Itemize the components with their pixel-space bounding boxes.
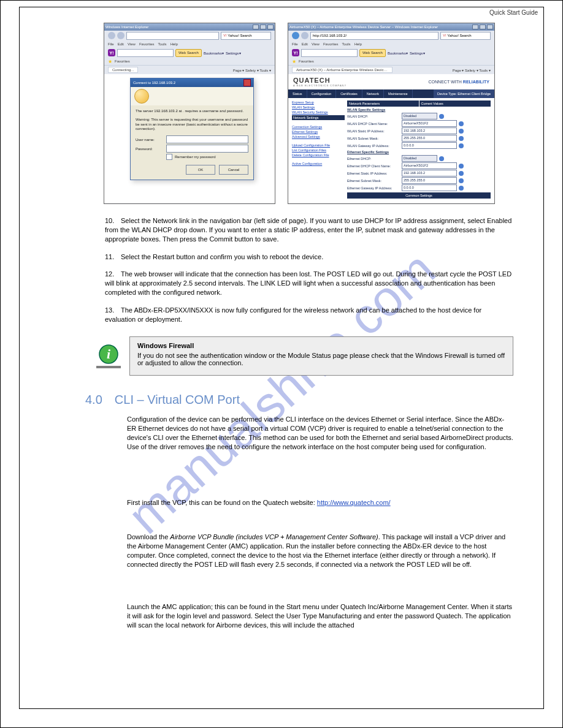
back-icon[interactable] (292, 32, 299, 39)
nav-maintenance[interactable]: Maintenance (384, 89, 413, 98)
bookmarks-link-2[interactable]: Bookmarks▾ (388, 51, 408, 55)
menu-tools[interactable]: Tools (342, 42, 351, 46)
menu-bar-2: File Edit View Favorites Tools Help (288, 40, 494, 48)
info-icon[interactable] (439, 156, 444, 161)
info-icon[interactable] (459, 186, 464, 191)
side-advanced-settings[interactable]: Advanced Settings (292, 135, 345, 138)
menu-edit[interactable]: Edit (302, 42, 308, 46)
side-list-config[interactable]: List Configuration Files (292, 148, 345, 152)
tab-connecting[interactable]: Connecting... (108, 67, 138, 73)
max-icon[interactable] (260, 25, 266, 29)
tools-bar: Connecting... Page ▾ Safety ▾ Tools ▾ (104, 65, 275, 74)
settings-link[interactable]: Settings▾ (226, 51, 241, 55)
favorites-label[interactable]: Favorites (115, 59, 130, 63)
ie-title-bar: Windows Internet Explorer (104, 23, 275, 31)
eth-field[interactable]: 255.255.255.0 (402, 177, 457, 184)
menu-favorites[interactable]: Favorites (139, 42, 155, 46)
wlan-field[interactable]: 255.255.255.0 (402, 135, 457, 142)
menu-file[interactable]: File (292, 42, 298, 46)
side-express-setup[interactable]: Express Setup (292, 100, 345, 104)
cancel-button[interactable]: Cancel (219, 165, 248, 175)
info-icon[interactable] (459, 178, 464, 183)
max-icon[interactable] (480, 25, 486, 29)
nav-network[interactable]: Network (362, 89, 384, 98)
info-icon[interactable] (459, 164, 464, 169)
quatech-link[interactable]: http://www.quatech.com/ (317, 499, 391, 506)
min-icon[interactable] (472, 25, 478, 29)
menu-help[interactable]: Help (354, 42, 362, 46)
wlan-field[interactable]: Disabled (402, 113, 437, 119)
wlan-field[interactable]: 192.168.103.2 (402, 127, 457, 134)
address-bar-2: http://192.168.103.2/ Y! Yahoo! Search (288, 31, 494, 40)
side-wlan-settings[interactable]: WLAN Settings (292, 105, 345, 109)
back-icon[interactable] (108, 32, 115, 39)
remember-checkbox[interactable] (166, 154, 172, 160)
eth-field[interactable]: Disabled (402, 155, 437, 162)
password-input[interactable] (166, 145, 248, 153)
window-title-2: AirborneX50 (X) – Airborne Enterprise Wi… (289, 25, 438, 29)
url-field-2[interactable]: http://192.168.103.2/ (310, 32, 439, 40)
username-input[interactable] (166, 135, 248, 143)
brand-subtext: A B&B ELECTRONICS COMPANY (293, 84, 347, 87)
info-icon[interactable] (459, 121, 464, 126)
side-network-settings[interactable]: Network Settings (292, 115, 345, 120)
nav-configuration[interactable]: Configuration (307, 89, 337, 98)
common-settings-bar: Common Settings (347, 192, 491, 199)
bookmarks-link[interactable]: Bookmarks▾ (204, 51, 224, 55)
tab-device[interactable]: AirborneX50 (X) – Airborne Enterprise Wi… (292, 67, 393, 73)
menu-tools[interactable]: Tools (158, 42, 167, 46)
info-icon[interactable] (459, 129, 464, 134)
auth-dialog: Connect to 192.168.103.2 The server 192.… (130, 78, 254, 180)
yahoo-search-button[interactable]: Web Search (175, 49, 202, 57)
yahoo-search-button-2[interactable]: Web Search (359, 49, 386, 57)
ie-title-bar-2: AirborneX50 (X) – Airborne Enterprise Wi… (288, 23, 494, 31)
side-wlan-security[interactable]: WLAN Security Settings (292, 110, 345, 114)
close-icon[interactable] (267, 25, 274, 29)
wlan-field[interactable]: AirborneX501F2 (402, 120, 457, 127)
tools-menu-2[interactable]: Page ▾ Safety ▾ Tools ▾ (453, 68, 491, 72)
yahoo-search-box[interactable]: Y! Yahoo! Search (221, 32, 271, 40)
menu-help[interactable]: Help (170, 42, 178, 46)
settings-link-2[interactable]: Settings▾ (410, 51, 425, 55)
side-active-config[interactable]: Active Configuration (292, 162, 345, 165)
url-field[interactable] (126, 32, 219, 40)
group-wlan: WLAN Specific Settings (347, 108, 491, 112)
menu-edit[interactable]: Edit (118, 42, 124, 46)
ok-button[interactable]: OK (186, 165, 215, 175)
eth-field[interactable]: 192.168.103.2 (402, 170, 457, 176)
yahoo-placeholder-2: Yahoo! Search (447, 34, 471, 37)
eth-row: Ethernet Subnet Mask:255.255.255.0 (347, 177, 491, 184)
min-icon[interactable] (253, 25, 259, 29)
info-icon[interactable] (459, 171, 464, 176)
wlan-field[interactable]: 0.0.0.0 (402, 142, 457, 149)
favorites-label-2[interactable]: Favorites (299, 59, 314, 63)
side-delete-config[interactable]: Delete Configuration File (292, 153, 345, 157)
keys-icon (134, 89, 149, 104)
side-connection-settings[interactable]: Connection Settings (292, 125, 345, 129)
yahoo-input-2[interactable] (301, 49, 358, 57)
fwd-icon[interactable] (117, 32, 124, 39)
menu-view[interactable]: View (312, 42, 320, 46)
col-values: Current Values (419, 100, 491, 107)
info-icon[interactable] (439, 114, 444, 119)
fwd-icon[interactable] (301, 32, 308, 39)
menu-view[interactable]: View (128, 42, 136, 46)
eth-field[interactable]: 0.0.0.0 (402, 184, 457, 191)
address-bar: Y! Yahoo! Search (104, 31, 275, 40)
tag-a: CONNECT WITH (429, 80, 463, 84)
yahoo-input[interactable] (117, 49, 174, 57)
info-icon[interactable] (459, 136, 464, 141)
nav-status[interactable]: Status (288, 89, 307, 98)
nav-certificates[interactable]: Certificates (336, 89, 362, 98)
menu-file[interactable]: File (108, 42, 114, 46)
section-number: 4.0 (85, 393, 102, 406)
yahoo-search-box-2[interactable]: Y! Yahoo! Search (440, 32, 491, 40)
dialog-close-icon[interactable] (243, 79, 251, 86)
menu-favorites[interactable]: Favorites (323, 42, 339, 46)
close-icon[interactable] (487, 25, 493, 29)
info-icon[interactable] (459, 143, 464, 148)
eth-field[interactable]: AirborneX501F2 (402, 162, 457, 169)
tools-menu[interactable]: Page ▾ Safety ▾ Tools ▾ (233, 68, 271, 72)
side-ethernet-settings[interactable]: Ethernet Settings (292, 130, 345, 134)
side-upload-config[interactable]: Upload Configuration File (292, 143, 345, 147)
